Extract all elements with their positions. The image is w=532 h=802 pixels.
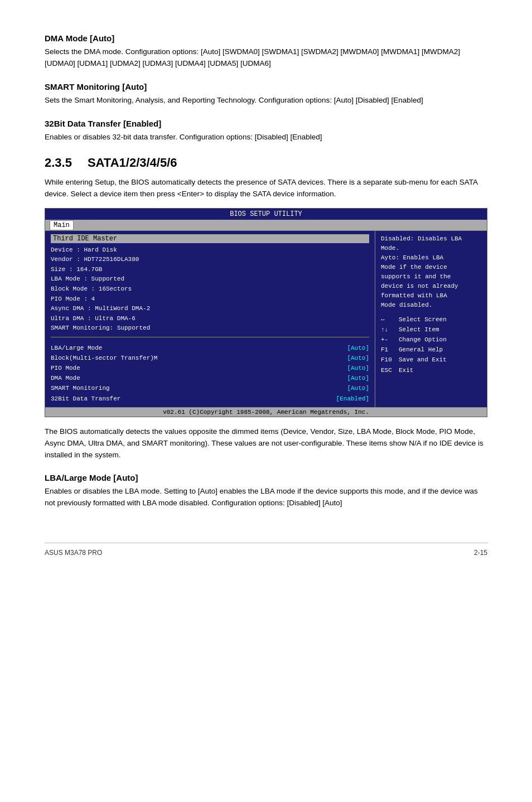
bios-option-label: LBA/Large Mode	[51, 343, 102, 353]
chapter-title: SATA1/2/3/4/5/6	[88, 156, 177, 170]
chapter-number: 2.3.5	[45, 156, 72, 170]
smart-monitoring-title: SMART Monitoring [Auto]	[45, 82, 487, 91]
key-legend-row: F10Save and Exit	[381, 355, 481, 365]
bios-content: Third IDE Master Device : Hard DiskVendo…	[45, 231, 487, 407]
bios-option-label: SMART Monitoring	[51, 383, 110, 393]
bios-ui-box: BIOS SETUP UTILITY Main Third IDE Master…	[45, 208, 487, 417]
device-info-line: LBA Mode : Supported	[51, 274, 369, 284]
bios-option-label: DMA Mode	[51, 373, 80, 383]
key-legend-action: Select Screen	[399, 315, 447, 325]
key-legend-key: ↑↓	[381, 325, 396, 335]
chapter-intro: While entering Setup, the BIOS automatic…	[45, 177, 487, 200]
bios-option-value: [Auto]	[347, 383, 369, 393]
bios-option-label: Block(Multi-sector Transfer)M	[51, 353, 157, 363]
key-legend-action: Select Item	[399, 325, 439, 335]
device-info-line: Async DMA : MultiWord DMA-2	[51, 304, 369, 314]
32bit-data-body: Enables or disables 32-bit data transfer…	[45, 132, 487, 143]
bios-menu-bar: Main	[45, 220, 487, 231]
bios-help-line: device is not already	[381, 282, 481, 291]
device-info-line: Size : 164.7GB	[51, 265, 369, 275]
footer-right: 2-15	[474, 549, 487, 557]
key-legend-action: Save and Exit	[399, 355, 447, 365]
key-legend-key: ↔	[381, 315, 396, 325]
bios-options: LBA/Large Mode[Auto]Block(Multi-sector T…	[51, 343, 369, 404]
key-legend-row: +-Change Option	[381, 335, 481, 345]
32bit-data-section: 32Bit Data Transfer [Enabled] Enables or…	[45, 119, 487, 143]
key-legend-key: F1	[381, 345, 396, 355]
bios-help-line: Mode if the device	[381, 263, 481, 272]
bios-option-row[interactable]: DMA Mode[Auto]	[51, 373, 369, 383]
bios-help-line: Ayto: Enables LBA	[381, 253, 481, 263]
device-info-line: Vendor : HDT722516DLA380	[51, 255, 369, 265]
key-legend-row: ↔Select Screen	[381, 315, 481, 325]
bios-help-line: Mode.	[381, 244, 481, 253]
bios-option-value: [Auto]	[347, 363, 369, 373]
bios-option-row[interactable]: Block(Multi-sector Transfer)M[Auto]	[51, 353, 369, 363]
bios-option-row[interactable]: 32Bit Data Transfer[Enabled]	[51, 394, 369, 404]
key-legend-key: ESC	[381, 365, 396, 375]
bios-help-text: Disabled: Disables LBAMode.Ayto: Enables…	[381, 234, 481, 310]
dma-mode-body: Selects the DMA mode. Configuration opti…	[45, 46, 487, 70]
bios-help-line: formatted with LBA	[381, 291, 481, 301]
device-info-line: SMART Monitoring: Supported	[51, 323, 369, 334]
bios-option-label: 32Bit Data Transfer	[51, 394, 120, 404]
bios-option-label: PIO Mode	[51, 363, 80, 373]
device-info-line: Block Mode : 16Sectors	[51, 284, 369, 294]
bios-option-value: [Auto]	[347, 373, 369, 383]
bios-option-row[interactable]: LBA/Large Mode[Auto]	[51, 343, 369, 353]
device-info-line: PIO Mode : 4	[51, 294, 369, 305]
key-legend-key: +-	[381, 335, 396, 345]
bios-option-value: [Enabled]	[336, 394, 369, 404]
device-info-line: Device : Hard Disk	[51, 245, 369, 255]
bios-left-panel: Third IDE Master Device : Hard DiskVendo…	[45, 231, 375, 407]
lba-body: Enables or disables the LBA mode. Settin…	[45, 486, 487, 509]
bios-option-value: [Auto]	[347, 343, 369, 353]
chapter-heading: 2.3.5 SATA1/2/3/4/5/6	[45, 156, 487, 170]
bios-right-panel: Disabled: Disables LBAMode.Ayto: Enables…	[375, 231, 487, 407]
key-legend-row: ESCExit	[381, 365, 481, 375]
bios-option-value: [Auto]	[347, 353, 369, 363]
smart-monitoring-body: Sets the Smart Monitoring, Analysis, and…	[45, 95, 487, 107]
key-legend-action: Change Option	[399, 335, 447, 345]
bios-help-line: Disabled: Disables LBA	[381, 234, 481, 244]
lba-title: LBA/Large Mode [Auto]	[45, 473, 487, 482]
bios-menu-main-tab[interactable]: Main	[50, 220, 74, 230]
key-legend-action: Exit	[399, 365, 413, 375]
bios-key-legend: ↔Select Screen↑↓Select Item+-Change Opti…	[381, 315, 481, 375]
lba-section: LBA/Large Mode [Auto] Enables or disable…	[45, 473, 487, 509]
footer-left: ASUS M3A78 PRO	[45, 549, 102, 557]
key-legend-action: General Help	[399, 345, 443, 355]
dma-mode-title: DMA Mode [Auto]	[45, 33, 487, 43]
smart-monitoring-section: SMART Monitoring [Auto] Sets the Smart M…	[45, 82, 487, 107]
page-footer: ASUS M3A78 PRO 2-15	[45, 543, 487, 557]
bios-help-line: supports it and the	[381, 272, 481, 282]
device-info-line: Ultra DMA : Ultra DMA-6	[51, 314, 369, 324]
key-legend-key: F10	[381, 355, 396, 365]
bios-footer: v02.61 (C)Copyright 1985-2008, American …	[45, 407, 487, 417]
bios-device-info: Device : Hard DiskVendor : HDT722516DLA3…	[51, 245, 369, 337]
bios-option-row[interactable]: SMART Monitoring[Auto]	[51, 383, 369, 393]
bios-section-header: Third IDE Master	[51, 234, 369, 243]
key-legend-row: ↑↓Select Item	[381, 325, 481, 335]
bios-help-line: Mode disabled.	[381, 301, 481, 310]
bios-option-row[interactable]: PIO Mode[Auto]	[51, 363, 369, 373]
bios-title-bar: BIOS SETUP UTILITY	[45, 209, 487, 220]
32bit-data-title: 32Bit Data Transfer [Enabled]	[45, 119, 487, 128]
dma-mode-section: DMA Mode [Auto] Selects the DMA mode. Co…	[45, 33, 487, 70]
key-legend-row: F1General Help	[381, 345, 481, 355]
post-bios-text: The BIOS automatically detects the value…	[45, 426, 487, 461]
